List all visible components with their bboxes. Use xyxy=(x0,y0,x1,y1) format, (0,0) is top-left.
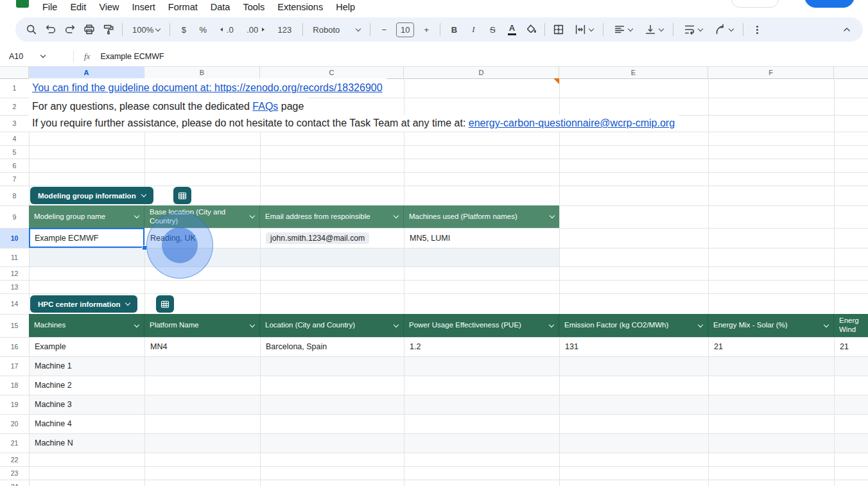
row-header[interactable]: 4 xyxy=(0,132,29,145)
borders-icon[interactable] xyxy=(550,21,567,38)
undo-icon[interactable] xyxy=(42,21,59,38)
text-wrap-button[interactable] xyxy=(679,21,707,38)
table2-header-pue[interactable]: Power Usage Effectiveness (PUE) xyxy=(404,314,559,337)
row-header[interactable]: 1 xyxy=(0,78,29,98)
table2-header-platform[interactable]: Platform Name xyxy=(144,314,260,337)
bold-button[interactable]: B xyxy=(446,21,462,38)
column-header-A[interactable]: A xyxy=(29,67,144,78)
column-header-F[interactable]: F xyxy=(708,67,834,78)
table1-grid-icon[interactable] xyxy=(173,187,191,204)
print-icon[interactable] xyxy=(81,21,98,38)
table1-header-machines[interactable]: Machines used (Platform names) xyxy=(404,205,559,228)
cell-A3[interactable]: If you require further assistance, pleas… xyxy=(29,115,679,132)
formula-input[interactable]: Example ECMWF xyxy=(100,52,164,61)
table2-header-solar[interactable]: Energy Mix - Solar (%) xyxy=(708,314,834,337)
row-header[interactable]: 2 xyxy=(0,98,29,115)
table1-header-name[interactable]: Modeling group name xyxy=(29,205,144,228)
decrease-font-size-button[interactable]: − xyxy=(376,21,392,38)
row-header[interactable]: 6 xyxy=(0,159,29,172)
row-header[interactable]: 17 xyxy=(0,356,29,376)
strikethrough-button[interactable]: S xyxy=(484,21,501,38)
row-header[interactable]: 7 xyxy=(0,172,29,186)
paint-format-icon[interactable] xyxy=(100,21,117,38)
cell-C10[interactable]: john.smith.1234@mail.com xyxy=(260,228,404,248)
table2-header-emission[interactable]: Emission Factor (kg CO2/MWh) xyxy=(559,314,708,337)
more-formats-button[interactable]: 123 xyxy=(272,21,297,38)
top-right-control-partial[interactable] xyxy=(731,0,779,8)
name-box[interactable]: A10 xyxy=(0,52,73,61)
merge-cells-button[interactable] xyxy=(569,21,598,38)
menu-insert[interactable]: Insert xyxy=(126,0,162,15)
cell-F16[interactable]: 21 xyxy=(708,337,834,356)
menu-edit[interactable]: Edit xyxy=(64,0,92,15)
row-header[interactable]: 24 xyxy=(0,480,29,486)
menu-data[interactable]: Data xyxy=(204,0,237,15)
decrease-decimal-button[interactable]: .0 xyxy=(214,21,239,38)
increase-font-size-button[interactable]: + xyxy=(418,21,435,38)
cell-C16[interactable]: Barcelona, Spain xyxy=(260,337,404,356)
cell-A16[interactable]: Example xyxy=(29,337,144,356)
cell-A19[interactable]: Machine 3 xyxy=(29,395,144,414)
italic-button[interactable]: I xyxy=(465,21,482,38)
zoom-select[interactable]: 100% xyxy=(128,21,164,38)
table2-header-location[interactable]: Location (City and Country) xyxy=(260,314,404,337)
search-icon[interactable] xyxy=(23,21,40,38)
text-color-button[interactable]: A xyxy=(503,21,520,38)
table1-header-email[interactable]: Email address from respoinsible xyxy=(260,205,404,228)
increase-decimal-button[interactable]: .00 xyxy=(242,21,269,38)
format-currency-button[interactable]: $ xyxy=(175,21,192,38)
select-all-corner[interactable] xyxy=(0,67,29,78)
row-header[interactable]: 13 xyxy=(0,280,29,293)
menu-format[interactable]: Format xyxy=(162,0,204,15)
cell-G16-partial[interactable]: 21 xyxy=(834,337,868,356)
row-header[interactable]: 19 xyxy=(0,395,29,414)
column-header-D[interactable]: D xyxy=(404,67,559,78)
sheets-logo-icon[interactable] xyxy=(16,0,29,8)
cell-A2[interactable]: For any questions, please consult the de… xyxy=(29,98,308,115)
more-options-icon[interactable] xyxy=(749,21,765,38)
cell-A21[interactable]: Machine N xyxy=(29,433,144,453)
menu-file[interactable]: File xyxy=(36,0,64,15)
font-select[interactable]: Roboto xyxy=(308,21,365,38)
row-header[interactable]: 11 xyxy=(0,248,29,266)
row-header[interactable]: 9 xyxy=(0,205,29,228)
faqs-link[interactable]: FAQs xyxy=(252,101,278,112)
menu-extensions[interactable]: Extensions xyxy=(271,0,329,15)
text-rotation-button[interactable] xyxy=(709,21,738,38)
menu-view[interactable]: View xyxy=(92,0,125,15)
format-percent-button[interactable]: % xyxy=(195,21,211,38)
email-link[interactable]: energy-carbon-questionnaire@wcrp-cmip.or… xyxy=(469,117,675,129)
cell-A20[interactable]: Machine 4 xyxy=(29,414,144,433)
cell-A18[interactable]: Machine 2 xyxy=(29,376,144,395)
cell-E16[interactable]: 131 xyxy=(559,337,708,356)
horizontal-align-button[interactable] xyxy=(609,21,637,38)
cell-B16[interactable]: MN4 xyxy=(144,337,260,356)
share-button-partial[interactable] xyxy=(804,0,855,8)
table2-grid-icon[interactable] xyxy=(156,295,174,313)
row-header[interactable]: 21 xyxy=(0,433,29,453)
cell-D10[interactable]: MN5, LUMI xyxy=(404,228,559,248)
vertical-align-button[interactable] xyxy=(639,21,668,38)
cell-A1[interactable]: You can find the guideline document at: … xyxy=(29,78,386,98)
row-header[interactable]: 15 xyxy=(0,314,29,337)
row-header[interactable]: 12 xyxy=(0,266,29,280)
table2-header-machines[interactable]: Machines xyxy=(29,314,144,337)
column-header-G-partial[interactable] xyxy=(834,67,868,78)
fill-color-icon[interactable] xyxy=(523,21,539,38)
table2-chip[interactable]: HPC center information xyxy=(30,295,137,313)
row-header[interactable]: 14 xyxy=(0,293,29,314)
table1-chip[interactable]: Modeling group information xyxy=(30,187,153,204)
table2-header-wind-partial[interactable]: Energ Wind xyxy=(834,314,868,337)
font-size-input[interactable]: 10 xyxy=(396,22,414,37)
column-header-E[interactable]: E xyxy=(559,67,708,78)
cell-D16[interactable]: 1.2 xyxy=(404,337,559,356)
guideline-link[interactable]: You can find the guideline document at: … xyxy=(32,82,383,94)
row-header-selected[interactable]: 10 xyxy=(0,228,29,248)
row-header[interactable]: 3 xyxy=(0,115,29,132)
row-header[interactable]: 23 xyxy=(0,466,29,480)
column-header-C[interactable]: C xyxy=(260,67,404,78)
row-header[interactable]: 8 xyxy=(0,186,29,205)
row-header[interactable]: 18 xyxy=(0,376,29,395)
cell-A17[interactable]: Machine 1 xyxy=(29,356,144,376)
menu-help[interactable]: Help xyxy=(329,0,361,15)
